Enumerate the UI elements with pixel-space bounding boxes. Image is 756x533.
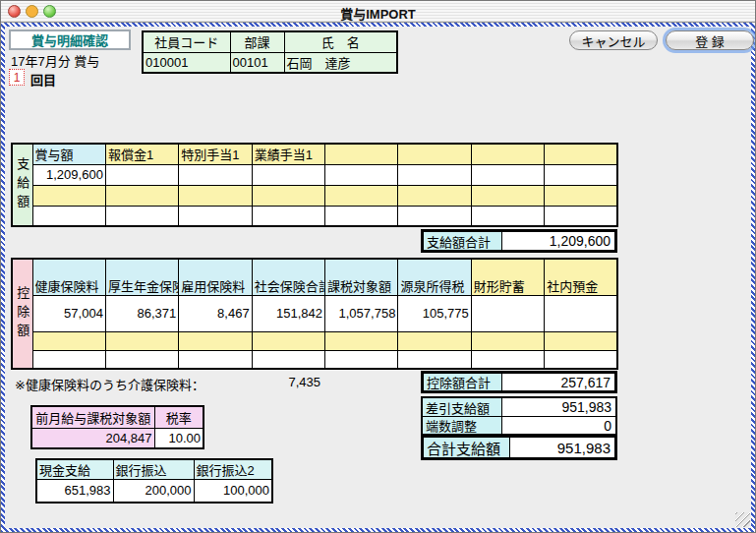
payment-amount-cell[interactable] bbox=[179, 206, 252, 226]
deduction-amount-cell[interactable] bbox=[545, 295, 617, 331]
tax-rate-header: 税率 bbox=[154, 406, 204, 428]
deduction-col-header: 厚生年金保険 bbox=[105, 259, 178, 295]
tax-rate-value[interactable]: 10.00 bbox=[154, 428, 204, 448]
name-header: 氏 名 bbox=[284, 31, 397, 52]
payment-side-label: 支給額 bbox=[12, 144, 32, 226]
payment-amount-cell[interactable] bbox=[325, 164, 398, 185]
deduction-amount-cell[interactable]: 151,842 bbox=[252, 295, 324, 331]
deduction-total-label: 控除額合計 bbox=[424, 374, 502, 390]
app-window: 賞与IMPORT 賞与明細確認 17年7月分 賞与 1 回目 社員コード 部課 … bbox=[0, 0, 756, 533]
department-header: 部課 bbox=[230, 31, 284, 52]
payment-total-box: 支給額合計 1,209,600 bbox=[421, 229, 617, 253]
deduction-col-header2 bbox=[252, 331, 324, 350]
deduction-amount-cell[interactable] bbox=[105, 350, 178, 369]
deduction-amount-cell[interactable] bbox=[325, 350, 398, 369]
register-button[interactable]: 登 録 bbox=[666, 30, 754, 50]
deduction-amount-cell[interactable]: 8,467 bbox=[179, 295, 252, 331]
payment-amount-cell[interactable] bbox=[545, 164, 617, 185]
deduction-col-header: 財形貯蓄 bbox=[471, 259, 544, 295]
deduction-col-header2 bbox=[471, 331, 544, 350]
payment-amount-cell[interactable] bbox=[105, 206, 178, 226]
cash-payment-value[interactable]: 651,983 bbox=[36, 480, 113, 503]
department-value: 00101 bbox=[230, 52, 284, 73]
payment-col-header2 bbox=[471, 185, 544, 206]
deduction-side-label: 控除額 bbox=[12, 259, 32, 369]
payment-amount-cell[interactable] bbox=[325, 206, 398, 226]
net-pay-label: 差引支給額 bbox=[423, 398, 502, 416]
grand-total-value: 951,983 bbox=[510, 438, 614, 457]
prev-month-table: 前月給与課税対象額 税率 204,847 10.00 bbox=[30, 405, 204, 449]
prev-month-taxable-header: 前月給与課税対象額 bbox=[31, 406, 154, 428]
grand-total-box: 合計支給額 951,983 bbox=[421, 435, 617, 460]
payment-amount-cell[interactable] bbox=[471, 206, 544, 226]
payment-amount-cell[interactable] bbox=[545, 206, 617, 226]
deduction-col-header: 健康保険料 bbox=[32, 259, 105, 295]
deduction-amount-cell[interactable] bbox=[471, 295, 544, 331]
deduction-amount-cell[interactable] bbox=[398, 350, 471, 369]
care-insurance-value: 7,435 bbox=[222, 375, 320, 389]
net-pay-row: 差引支給額 951,983 bbox=[423, 398, 615, 416]
payment-col-header bbox=[545, 144, 617, 164]
screen-title: 賞与明細確認 bbox=[9, 30, 131, 50]
deduction-amount-cell[interactable] bbox=[252, 350, 324, 369]
round-suffix-label: 回目 bbox=[30, 70, 56, 89]
deduction-col-header: 課税対象額 bbox=[325, 259, 398, 295]
employee-table: 社員コード 部課 氏 名 010001 00101 石岡 達彦 bbox=[142, 30, 398, 74]
care-insurance-note: ※健康保険料のうち介護保険料： bbox=[15, 375, 204, 393]
payment-col-header bbox=[471, 144, 544, 164]
payout-table: 現金支給 銀行振込 銀行振込2 651,983 200,000 100,000 bbox=[35, 458, 273, 503]
payment-col-header2 bbox=[179, 185, 252, 206]
deduction-col-header: 雇用保険料 bbox=[179, 259, 252, 295]
payment-amount-cell[interactable] bbox=[398, 164, 471, 185]
resize-grip-icon[interactable] bbox=[735, 512, 750, 527]
payment-col-header: 特別手当1 bbox=[179, 144, 252, 164]
deduction-amount-cell[interactable]: 86,371 bbox=[105, 295, 178, 331]
deduction-col-header2 bbox=[32, 331, 105, 350]
payment-total-label: 支給額合計 bbox=[424, 232, 502, 250]
payment-col-header2 bbox=[105, 185, 178, 206]
deduction-col-header2 bbox=[545, 331, 617, 350]
deduction-amount-cell[interactable] bbox=[545, 350, 617, 369]
cancel-button[interactable]: キャンセル bbox=[569, 30, 658, 50]
payment-amount-cell[interactable] bbox=[32, 206, 105, 226]
payment-col-header2 bbox=[545, 185, 617, 206]
deduction-amount-cell[interactable] bbox=[471, 350, 544, 369]
bank-transfer2-value[interactable]: 100,000 bbox=[194, 480, 272, 503]
payment-col-header: 業績手当1 bbox=[252, 144, 324, 164]
payment-col-header2 bbox=[252, 185, 324, 206]
payment-amount-cell[interactable] bbox=[252, 164, 324, 185]
period-label: 17年7月分 賞与 bbox=[11, 51, 99, 70]
deduction-col-header2 bbox=[325, 331, 398, 350]
payment-amount-cell[interactable] bbox=[105, 164, 178, 185]
rounding-adjustment-value[interactable]: 0 bbox=[502, 417, 615, 434]
payment-table: 支給額 賞与額 報償金1 特別手当1 業績手当1 1,209,600 bbox=[11, 143, 618, 227]
title-bar: 賞与IMPORT bbox=[1, 1, 755, 23]
rounding-adjustment-label: 端数調整 bbox=[423, 417, 502, 434]
deduction-col-header2 bbox=[179, 331, 252, 350]
prev-month-taxable-value[interactable]: 204,847 bbox=[31, 428, 154, 448]
deduction-amount-cell[interactable]: 105,775 bbox=[398, 295, 471, 331]
deduction-col-header: 社会保険合計 bbox=[252, 259, 324, 295]
employee-code-header: 社員コード bbox=[143, 31, 230, 52]
deduction-col-header: 社内預金 bbox=[545, 259, 617, 295]
deduction-amount-cell[interactable]: 1,057,758 bbox=[325, 295, 398, 331]
bank-transfer-value[interactable]: 200,000 bbox=[113, 480, 194, 503]
bank-transfer2-header: 銀行振込2 bbox=[194, 459, 272, 480]
payment-col-header: 報償金1 bbox=[105, 144, 178, 164]
deduction-total-box: 控除額合計 257,617 bbox=[421, 371, 617, 393]
round-number-field[interactable]: 1 bbox=[9, 69, 25, 86]
deduction-col-header: 源泉所得税 bbox=[398, 259, 471, 295]
payment-amount-cell[interactable] bbox=[179, 164, 252, 185]
payment-amount-cell[interactable] bbox=[398, 206, 471, 226]
deduction-amount-cell[interactable]: 57,004 bbox=[32, 295, 105, 331]
grand-total-label: 合計支給額 bbox=[424, 438, 510, 457]
payment-col-header bbox=[325, 144, 398, 164]
deduction-amount-cell[interactable] bbox=[32, 350, 105, 369]
deduction-table: 控除額 健康保険料 厚生年金保険 雇用保険料 社会保険合計 課税対象額 源泉所得… bbox=[11, 258, 618, 370]
payment-amount-cell[interactable] bbox=[252, 206, 324, 226]
deduction-amount-cell[interactable] bbox=[179, 350, 252, 369]
payment-amount-cell[interactable]: 1,209,600 bbox=[32, 164, 105, 185]
payment-col-header2 bbox=[398, 185, 471, 206]
payment-col-header: 賞与額 bbox=[32, 144, 105, 164]
payment-amount-cell[interactable] bbox=[471, 164, 544, 185]
